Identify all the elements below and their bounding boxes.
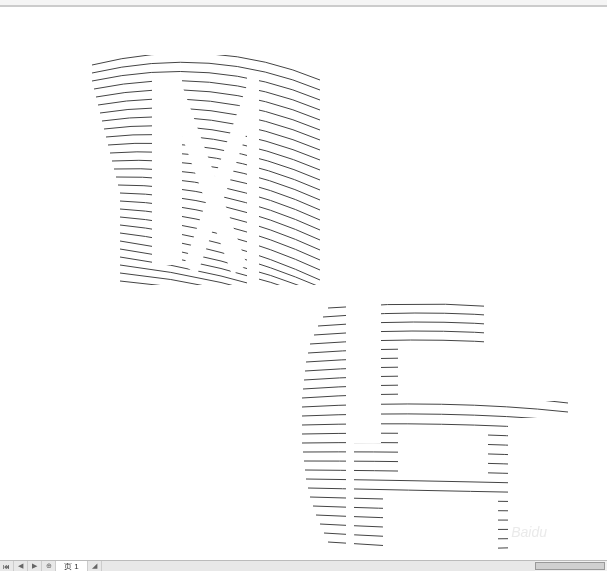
first-page-button[interactable]: ⏮ [0,561,14,571]
scroll-track[interactable] [102,561,535,571]
line-art-character-1[interactable] [92,55,320,285]
tab-end-marker: ◢ [88,561,102,571]
svg-rect-10 [383,498,498,553]
scroll-thumb[interactable] [535,562,605,570]
watermark: Baidu [511,524,547,540]
page-tab-1[interactable]: 页 1 [56,561,88,571]
line-art-character-2[interactable] [298,303,568,553]
svg-rect-5 [346,443,354,553]
add-page-button[interactable]: ⊕ [42,561,56,571]
svg-rect-7 [398,428,488,476]
svg-rect-6 [398,343,488,401]
watermark-text: Baidu [511,524,547,540]
next-page-button[interactable]: ▶ [28,561,42,571]
prev-page-button[interactable]: ◀ [14,561,28,571]
svg-rect-8 [484,303,568,401]
page-navigation-bar: ⏮ ◀ ▶ ⊕ 页 1 ◢ [0,560,607,571]
svg-rect-4 [346,303,381,443]
canvas-workspace[interactable]: Baidu [0,6,607,560]
